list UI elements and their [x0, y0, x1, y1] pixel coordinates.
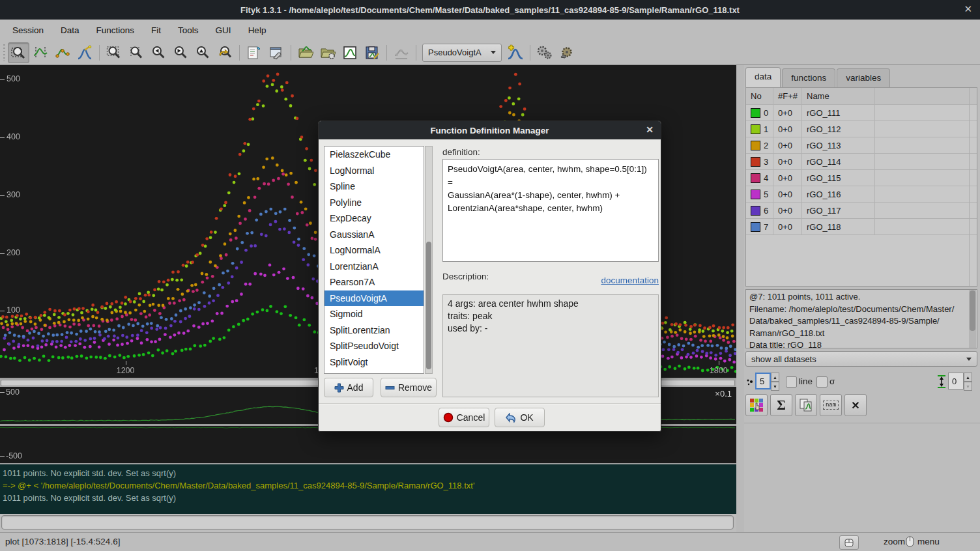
fit-continue-button[interactable]	[556, 42, 577, 63]
menu-session[interactable]: Session	[4, 23, 52, 38]
delete-dataset-button[interactable]: ✕	[844, 394, 867, 416]
strip-background-button[interactable]	[391, 42, 412, 63]
fit-run-button[interactable]	[534, 42, 555, 63]
rename-button[interactable]: nam	[820, 394, 842, 416]
definition-textarea[interactable]: PseudoVoigtA(area, center, hwhm, shape=0…	[442, 159, 659, 262]
table-row[interactable]: 30+0rGO_114	[746, 154, 977, 170]
dataset-color-swatch[interactable]	[751, 124, 760, 134]
function-list-item[interactable]: Polyline	[324, 195, 424, 211]
dataset-func-count-cell[interactable]: 0+0	[773, 105, 802, 120]
menu-functions[interactable]: Functions	[88, 23, 143, 38]
dataset-name-cell[interactable]: rGO_116	[802, 186, 875, 202]
function-list-item[interactable]: Spline	[324, 178, 424, 195]
table-row[interactable]: 60+0rGO_117	[746, 203, 977, 219]
mode-baseline-button[interactable]	[52, 42, 74, 63]
gui-config-button[interactable]	[266, 42, 287, 63]
dataset-func-count-cell[interactable]: 0+0	[773, 170, 802, 186]
menu-gui[interactable]: GUI	[207, 23, 240, 38]
window-titlebar[interactable]: Fityk 1.3.1 - /home/aleplo/test/Document…	[0, 0, 980, 20]
dataset-name-cell[interactable]: rGO_118	[802, 219, 875, 234]
dataset-no-cell[interactable]: 3	[746, 154, 773, 169]
dataset-filter-combo[interactable]: show all datasets	[745, 351, 977, 367]
scroll-up-button[interactable]	[192, 42, 214, 63]
table-row[interactable]: 20+0rGO_113	[746, 137, 977, 154]
function-list-item[interactable]: SplitPseudoVoigt	[324, 338, 424, 354]
add-button[interactable]: Add	[324, 378, 373, 397]
spin-down-icon[interactable]: ▼	[964, 382, 972, 391]
function-list-item[interactable]: LorentzianA	[324, 259, 424, 275]
scrollbar-thumb[interactable]	[426, 242, 431, 369]
dataset-color-swatch[interactable]	[751, 173, 760, 183]
vertical-splitter[interactable]	[736, 65, 744, 532]
info-scrollbar[interactable]	[969, 290, 976, 348]
function-list-item[interactable]: LogNormalA	[324, 242, 424, 259]
spin-down-icon[interactable]: ▼	[771, 382, 779, 391]
documentation-link[interactable]: documentation	[442, 276, 659, 285]
menu-tools[interactable]: Tools	[169, 23, 207, 38]
function-list-item[interactable]: Pearson7A	[324, 274, 424, 290]
table-row[interactable]: 00+0rGO_111	[746, 105, 977, 121]
zoom-all-button[interactable]	[104, 42, 125, 63]
point-size-input[interactable]: 5	[755, 373, 771, 389]
command-input[interactable]	[1, 515, 734, 530]
dataset-color-swatch[interactable]	[751, 222, 760, 232]
function-list-item[interactable]: SplitVoigt	[324, 354, 424, 371]
zoom-vertical-button[interactable]	[126, 42, 147, 63]
auto-add-peak-button[interactable]	[504, 42, 526, 63]
dataset-name-cell[interactable]: rGO_114	[802, 154, 875, 169]
mode-add-peak-button[interactable]	[74, 42, 96, 63]
tab-functions[interactable]: functions	[782, 68, 835, 87]
function-list-item[interactable]: SplitLorentzian	[324, 322, 424, 339]
dataset-color-swatch[interactable]	[751, 108, 760, 118]
dataset-no-cell[interactable]: 5	[746, 186, 773, 202]
dataset-no-cell[interactable]: 6	[746, 203, 773, 218]
sum-button[interactable]: Σ	[770, 394, 792, 416]
dataset-func-count-cell[interactable]: 0+0	[773, 154, 802, 169]
dataset-func-count-cell[interactable]: 0+0	[773, 121, 802, 137]
window-close-icon[interactable]: ✕	[964, 3, 972, 15]
table-row[interactable]: 40+0rGO_115	[746, 170, 977, 186]
dataset-no-cell[interactable]: 1	[746, 121, 773, 137]
open-data-custom-button[interactable]	[317, 42, 339, 63]
save-image-button[interactable]	[362, 42, 383, 63]
sigma-checkbox[interactable]	[816, 376, 828, 388]
scrollbar-thumb[interactable]	[970, 290, 975, 331]
dataset-color-swatch[interactable]	[751, 206, 760, 216]
dataset-func-count-cell[interactable]: 0+0	[773, 186, 802, 202]
dataset-colors-button[interactable]	[745, 394, 768, 416]
dataset-name-cell[interactable]: rGO_117	[802, 203, 875, 218]
dataset-name-cell[interactable]: rGO_112	[802, 121, 875, 137]
function-list-item[interactable]: LogNormal	[324, 163, 424, 179]
cancel-button[interactable]: Cancel	[439, 408, 489, 427]
column-header[interactable]: #F+#	[773, 88, 802, 104]
function-list-item[interactable]: GaussianA	[324, 227, 424, 243]
spin-up-icon[interactable]: ▲	[964, 373, 972, 382]
previous-zoom-button[interactable]	[214, 42, 236, 63]
dataset-color-swatch[interactable]	[751, 157, 760, 167]
function-list-item[interactable]: Sigmoid	[324, 306, 424, 322]
line-checkbox[interactable]	[786, 376, 797, 388]
copy-function-button[interactable]	[795, 394, 817, 416]
script-log-button[interactable]	[244, 42, 265, 63]
toolbar-grip[interactable]	[3, 44, 5, 61]
menu-fit[interactable]: Fit	[143, 23, 169, 38]
table-row[interactable]: 10+0rGO_112	[746, 121, 977, 137]
dataset-no-cell[interactable]: 7	[746, 219, 773, 234]
dataset-no-cell[interactable]: 0	[746, 105, 773, 120]
function-list-item[interactable]: PseudoVoigtA	[324, 290, 424, 307]
table-row[interactable]: 70+0rGO_118	[746, 219, 977, 235]
dataset-name-cell[interactable]: rGO_111	[802, 105, 875, 120]
column-header[interactable]: No	[746, 88, 773, 104]
function-list-item[interactable]: ExpDecay	[324, 210, 424, 227]
dataset-func-count-cell[interactable]: 0+0	[773, 137, 802, 153]
tab-variables[interactable]: variables	[837, 68, 890, 87]
scroll-left-button[interactable]	[148, 42, 169, 63]
menu-data[interactable]: Data	[52, 23, 88, 38]
dataset-name-cell[interactable]: rGO_113	[802, 137, 875, 153]
dataset-color-swatch[interactable]	[751, 190, 760, 199]
scroll-right-button[interactable]	[170, 42, 192, 63]
function-list-scrollbar[interactable]	[425, 146, 433, 374]
dialog-close-icon[interactable]: ✕	[646, 124, 654, 135]
table-scrollbar-gutter[interactable]	[969, 88, 977, 286]
save-session-button[interactable]	[339, 42, 361, 63]
